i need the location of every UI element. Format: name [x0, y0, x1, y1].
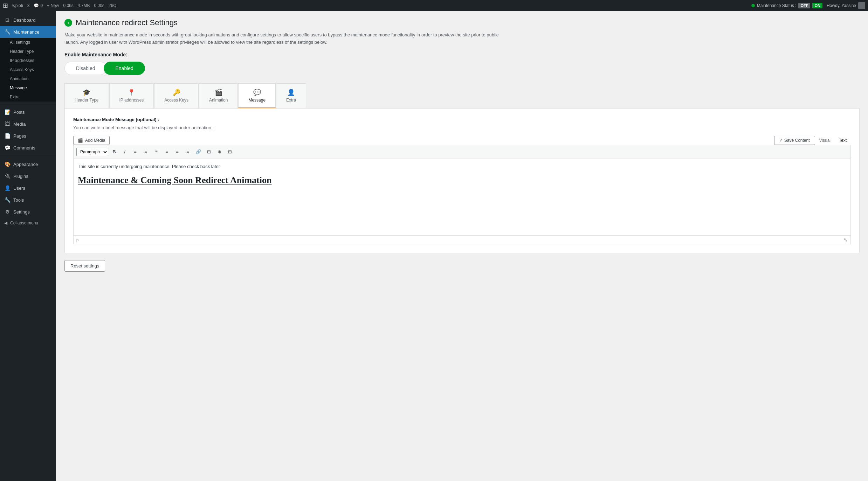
menu-divider	[0, 104, 56, 104]
sidebar-item-maintenance[interactable]: 🔧 Maintenance	[0, 26, 56, 38]
submenu-access-keys[interactable]: Access Keys	[0, 65, 56, 74]
align-right-button[interactable]: ≡	[183, 147, 192, 156]
add-media-icon: 🎬	[78, 138, 83, 143]
disabled-button[interactable]: Disabled	[64, 62, 106, 75]
submenu-extra[interactable]: Extra	[0, 92, 56, 102]
submenu-all-settings[interactable]: All settings	[0, 38, 56, 47]
enable-mode-label: Enable Maintenance Mode:	[64, 52, 860, 57]
align-center-button[interactable]: ≡	[173, 147, 182, 156]
tools-icon: 🔧	[4, 197, 11, 203]
tab-message[interactable]: 💬 Message	[238, 83, 276, 108]
collapse-menu-button[interactable]: ◀ Collapse menu	[0, 218, 56, 228]
sidebar-item-settings[interactable]: ⚙ Settings	[0, 206, 56, 218]
collapse-icon: ◀	[4, 221, 7, 225]
message-tab-icon: 💬	[253, 89, 261, 96]
maintenance-submenu: All settings Header Type IP addresses Ac…	[0, 38, 56, 102]
page-status-icon	[64, 19, 72, 27]
pages-icon: 📄	[4, 133, 11, 139]
text-tab[interactable]: Text	[835, 136, 851, 145]
reset-settings-button[interactable]: Reset settings	[64, 260, 105, 272]
enabled-button[interactable]: Enabled	[104, 62, 145, 75]
link-button[interactable]: 🔗	[194, 147, 203, 156]
extra-tab-icon: 👤	[287, 89, 295, 96]
add-media-button[interactable]: 🎬 Add Media	[73, 136, 110, 145]
blockquote-button[interactable]: ❝	[152, 147, 161, 156]
adminbar-right: Maintenance Status : OFF ON Howdy, Yassi…	[751, 2, 865, 9]
new-post-button[interactable]: + New	[47, 3, 59, 8]
italic-button[interactable]: I	[120, 147, 129, 156]
tab-access-keys[interactable]: 🔑 Access Keys	[154, 83, 199, 108]
tab-extra[interactable]: 👤 Extra	[276, 83, 306, 108]
page-title: Maintenance redirect Settings	[76, 18, 178, 27]
sidebar-item-media[interactable]: 🖼 Media	[0, 118, 56, 130]
page-description: Make your website in maintenance mode in…	[64, 32, 506, 46]
unordered-list-button[interactable]: ≡	[131, 147, 140, 156]
users-icon: 👤	[4, 185, 11, 191]
comments-icon: 💬	[4, 145, 11, 151]
comments-count[interactable]: 💬 0	[34, 3, 43, 8]
bold-button[interactable]: B	[110, 147, 119, 156]
submenu-ip-addresses[interactable]: IP addresses	[0, 56, 56, 65]
page-header: Maintenance redirect Settings	[64, 18, 860, 27]
align-left-button[interactable]: ≡	[162, 147, 171, 156]
toggle-off-badge[interactable]: OFF	[798, 3, 810, 8]
editor-paragraph: This site is currently undergoing mainte…	[78, 163, 846, 170]
submenu-header-type[interactable]: Header Type	[0, 47, 56, 56]
sidebar-item-comments[interactable]: 💬 Comments	[0, 142, 56, 154]
resize-handle-icon[interactable]: ⤡	[843, 237, 848, 243]
site-name[interactable]: wploti	[12, 3, 23, 8]
main-content: Maintenance redirect Settings Make your …	[56, 11, 868, 481]
howdy-label: Howdy, Yassine	[827, 2, 865, 9]
editor-top-bar: 🎬 Add Media ✓ Save Content Visual Text	[73, 136, 851, 145]
animation-tab-icon: 🎬	[215, 89, 222, 96]
submenu-message[interactable]: Message	[0, 83, 56, 92]
posts-icon: 📝	[4, 109, 11, 115]
menu-divider-2	[0, 156, 56, 156]
editor-section-title: Maintenance Mode Message (optional) :	[73, 117, 851, 122]
editor-actions: ✓ Save Content Visual Text	[774, 136, 851, 145]
visual-tab[interactable]: Visual	[815, 136, 835, 145]
notifications-count[interactable]: 3	[27, 3, 30, 8]
sidebar-item-users[interactable]: 👤 Users	[0, 182, 56, 194]
sidebar-item-appearance[interactable]: 🎨 Appearance	[0, 158, 56, 170]
editor-footer: p ⤡	[73, 236, 851, 244]
wp-logo[interactable]: ⊞	[3, 2, 8, 9]
performance-time: 0.06s	[63, 3, 73, 8]
sidebar-item-tools[interactable]: 🔧 Tools	[0, 194, 56, 206]
tab-header-type[interactable]: 🎓 Header Type	[64, 83, 109, 108]
save-content-button[interactable]: ✓ Save Content	[774, 136, 815, 145]
sidebar-item-posts[interactable]: 📝 Posts	[0, 106, 56, 118]
submenu-animation[interactable]: Animation	[0, 74, 56, 83]
performance-memory: 4.7MB	[78, 3, 90, 8]
avatar	[858, 2, 865, 9]
editor-toolbar: Paragraph B I ≡ ≡ ❝ ≡ ≡ ≡ 🔗 ⊟ ⊕ ⊞	[73, 145, 851, 159]
paragraph-select[interactable]: Paragraph	[76, 148, 108, 156]
sidebar: ⊡ Dashboard 🔧 Maintenance All settings H…	[0, 11, 56, 481]
status-dot-icon	[751, 4, 755, 7]
toggle-on-badge[interactable]: ON	[812, 3, 822, 8]
ip-addresses-tab-icon: 📍	[128, 89, 135, 96]
unlink-button[interactable]: ⊟	[204, 147, 213, 156]
maintenance-icon: 🔧	[4, 29, 11, 35]
tab-navigation: 🎓 Header Type 📍 IP addresses 🔑 Access Ke…	[64, 83, 860, 108]
editor-section-desc: You can write a brief message that will …	[73, 125, 851, 130]
wp-layout: ⊡ Dashboard 🔧 Maintenance All settings H…	[0, 11, 868, 481]
header-type-tab-icon: 🎓	[83, 89, 90, 96]
editor-heading: Maintenance & Coming Soon Redirect Anima…	[78, 173, 846, 188]
more-button[interactable]: ⊕	[215, 147, 224, 156]
sidebar-item-dashboard[interactable]: ⊡ Dashboard	[0, 14, 56, 26]
settings-icon: ⚙	[4, 209, 11, 215]
sidebar-item-pages[interactable]: 📄 Pages	[0, 130, 56, 142]
ordered-list-button[interactable]: ≡	[141, 147, 150, 156]
access-keys-tab-icon: 🔑	[173, 89, 180, 96]
media-icon: 🖼	[4, 121, 11, 127]
appearance-icon: 🎨	[4, 161, 11, 167]
maintenance-status: Maintenance Status : OFF ON	[751, 3, 822, 8]
fullscreen-button[interactable]: ⊞	[225, 147, 234, 156]
dashboard-icon: ⊡	[4, 17, 11, 23]
tab-ip-addresses[interactable]: 📍 IP addresses	[109, 83, 154, 108]
sidebar-item-plugins[interactable]: 🔌 Plugins	[0, 170, 56, 182]
tab-animation[interactable]: 🎬 Animation	[199, 83, 238, 108]
editor-content-area[interactable]: This site is currently undergoing mainte…	[73, 159, 851, 236]
performance-queries: 26Q	[109, 3, 117, 8]
